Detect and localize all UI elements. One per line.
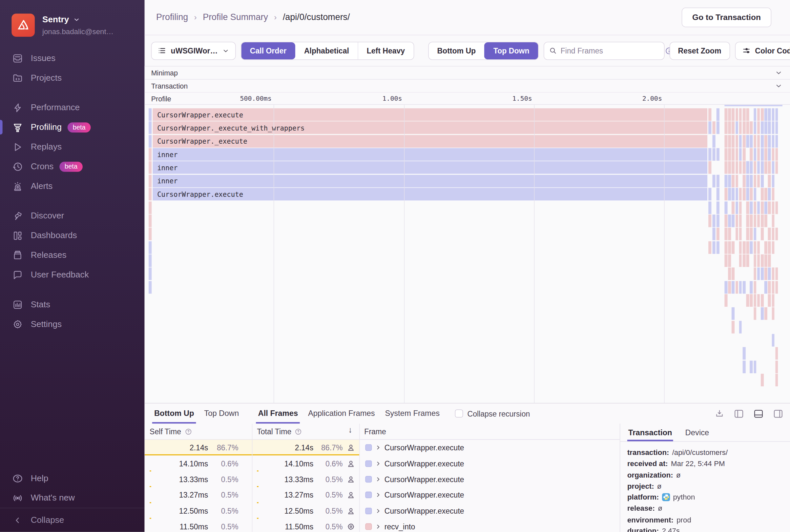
flame-frame-cell[interactable] — [765, 254, 767, 267]
flame-frame-cell[interactable] — [775, 268, 778, 280]
flame-frame-cell[interactable] — [761, 175, 764, 187]
flame-frame-cell[interactable] — [775, 122, 778, 134]
flame-frame-cell[interactable] — [772, 214, 775, 227]
flame-frame-cell[interactable] — [750, 122, 753, 134]
flame-frame-cell[interactable] — [761, 202, 764, 214]
flame-frame-cell[interactable] — [725, 214, 727, 227]
flame-frame-cell[interactable] — [775, 135, 778, 147]
flame-frame-cell[interactable] — [739, 228, 742, 240]
flame-frame-cell[interactable] — [757, 202, 760, 214]
flame-frame-cell[interactable] — [750, 294, 753, 307]
flame-frame-cell[interactable] — [736, 175, 738, 187]
sidebar-item-user-feedback[interactable]: User Feedback — [0, 265, 145, 285]
flame-frame-cell[interactable] — [732, 108, 735, 121]
flame-frame-cell[interactable] — [761, 294, 764, 307]
flame-frame-cell[interactable] — [732, 241, 735, 253]
expand-chevron-icon[interactable] — [375, 477, 381, 482]
flame-frame-cell[interactable] — [736, 148, 738, 161]
breadcrumb-item[interactable]: Profile Summary — [203, 12, 268, 23]
flame-frame-cell[interactable] — [765, 188, 767, 201]
flame-frame-cell[interactable] — [743, 175, 746, 187]
flame-frame-cell[interactable] — [712, 135, 715, 147]
sort-option-call-order[interactable]: Call Order — [242, 42, 295, 59]
flame-frame-cell[interactable] — [765, 135, 767, 147]
flame-frame-cell[interactable] — [761, 214, 764, 227]
flame-frame-cell[interactable] — [708, 162, 711, 174]
flame-frame-cell[interactable] — [746, 294, 749, 307]
flame-frame-cell[interactable] — [772, 294, 775, 307]
flame-frame-cell[interactable] — [750, 360, 753, 373]
flame-frame-cell[interactable] — [761, 307, 764, 320]
flame-frame-cell[interactable] — [149, 135, 152, 147]
flame-frame-cell[interactable] — [772, 188, 775, 201]
flame-frame-cell[interactable] — [765, 108, 767, 121]
flame-frame-cell[interactable] — [757, 162, 760, 174]
flame-frame-cell[interactable] — [149, 175, 152, 187]
flame-frame-bar[interactable]: inner — [153, 175, 707, 187]
flame-frame-cell[interactable] — [746, 188, 749, 201]
flame-frame-cell[interactable] — [757, 254, 760, 267]
flame-frame-cell[interactable] — [708, 122, 711, 134]
flame-frame-cell[interactable] — [757, 122, 760, 134]
flame-frame-cell[interactable] — [765, 281, 767, 293]
flame-frame-cell[interactable] — [725, 148, 727, 161]
flame-frame-cell[interactable] — [768, 241, 771, 253]
tab-top-down[interactable]: Top Down — [199, 403, 244, 423]
flame-frame-cell[interactable] — [708, 148, 711, 161]
flame-frame-cell[interactable] — [768, 254, 771, 267]
breadcrumb-item[interactable]: Profiling — [156, 12, 188, 23]
flame-frame-cell[interactable] — [732, 148, 735, 161]
sidebar-item-replays[interactable]: Replays — [0, 137, 145, 157]
flame-frame-cell[interactable] — [765, 268, 767, 280]
flame-frame-cell[interactable] — [732, 135, 735, 147]
sidebar-item-projects[interactable]: Projects — [0, 68, 145, 88]
flame-frame-bar[interactable]: CursorWrapper.execute — [153, 108, 707, 121]
go-to-transaction-button[interactable]: Go to Transaction — [682, 7, 771, 27]
flame-frame-cell[interactable] — [775, 108, 778, 121]
frame-header[interactable]: Frame — [364, 427, 386, 436]
flame-frame-cell[interactable] — [757, 268, 760, 280]
flame-frame-cell[interactable] — [765, 148, 767, 161]
flame-frame-cell[interactable] — [772, 334, 775, 346]
flame-frame-cell[interactable] — [743, 108, 746, 121]
flame-frame-cell[interactable] — [746, 162, 749, 174]
flame-frame-cell[interactable] — [725, 135, 727, 147]
flame-frame-bar[interactable]: CursorWrapper._execute_with_wrappers — [153, 122, 707, 134]
flame-frame-cell[interactable] — [768, 281, 771, 293]
flame-frame-cell[interactable] — [149, 122, 152, 134]
flame-frame-cell[interactable] — [754, 175, 756, 187]
flame-frame-bar[interactable]: inner — [153, 148, 707, 161]
direction-option-bottom-up[interactable]: Bottom Up — [429, 42, 484, 59]
flame-frame-cell[interactable] — [708, 214, 711, 227]
tab-all-frames[interactable]: All Frames — [253, 403, 303, 423]
flame-frame-cell[interactable] — [761, 122, 764, 134]
flame-frame-cell[interactable] — [775, 228, 778, 240]
flame-frame-cell[interactable] — [775, 202, 778, 214]
flame-frame-cell[interactable] — [750, 162, 753, 174]
flame-frame-cell[interactable] — [149, 268, 152, 280]
flame-frame-cell[interactable] — [746, 241, 749, 253]
flame-frame-cell[interactable] — [765, 214, 767, 227]
flame-frame-cell[interactable] — [775, 162, 778, 174]
flame-frame-cell[interactable] — [732, 268, 735, 280]
flame-frame-cell[interactable] — [772, 148, 775, 161]
tab-application-frames[interactable]: Application Frames — [303, 403, 380, 423]
flame-frame-cell[interactable] — [750, 188, 753, 201]
flame-frame-cell[interactable] — [775, 360, 778, 373]
flame-frame-cell[interactable] — [754, 241, 756, 253]
flame-frame-cell[interactable] — [149, 148, 152, 161]
sidebar-item-crons[interactable]: Cronsbeta — [0, 157, 145, 176]
flame-frame-cell[interactable] — [772, 268, 775, 280]
flame-frame-cell[interactable] — [728, 135, 731, 147]
flame-frame-cell[interactable] — [768, 202, 771, 214]
transaction-row[interactable]: Transaction — [145, 79, 790, 92]
flame-frame-cell[interactable] — [716, 108, 719, 121]
flame-frame-cell[interactable] — [736, 281, 738, 293]
flame-frame-cell[interactable] — [739, 202, 742, 214]
flame-frame-cell[interactable] — [716, 202, 719, 214]
flame-frame-cell[interactable] — [765, 162, 767, 174]
flame-frame-bar[interactable]: inner — [153, 162, 707, 174]
flame-frame-cell[interactable] — [739, 148, 742, 161]
sidebar-item-alerts[interactable]: Alerts — [0, 176, 145, 196]
flame-frame-cell[interactable] — [739, 122, 742, 134]
